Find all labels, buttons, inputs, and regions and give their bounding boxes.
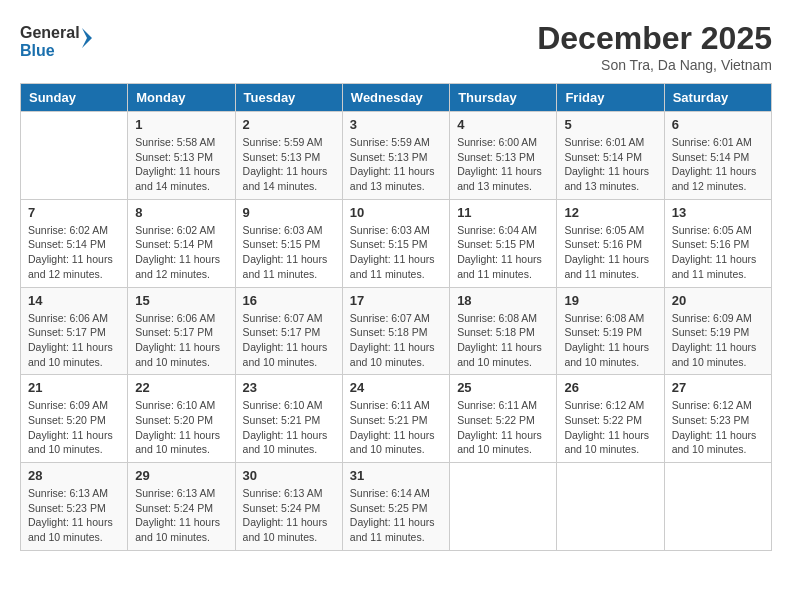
day-info: Sunrise: 6:12 AMSunset: 5:22 PMDaylight:… [564, 398, 656, 457]
logo-svg: GeneralBlue [20, 20, 100, 60]
week-row-3: 14Sunrise: 6:06 AMSunset: 5:17 PMDayligh… [21, 287, 772, 375]
day-number: 5 [564, 117, 656, 132]
day-number: 11 [457, 205, 549, 220]
day-info: Sunrise: 6:03 AMSunset: 5:15 PMDaylight:… [350, 223, 442, 282]
week-row-2: 7Sunrise: 6:02 AMSunset: 5:14 PMDaylight… [21, 199, 772, 287]
week-row-1: 1Sunrise: 5:58 AMSunset: 5:13 PMDaylight… [21, 112, 772, 200]
day-cell-12: 12Sunrise: 6:05 AMSunset: 5:16 PMDayligh… [557, 199, 664, 287]
title-block: December 2025 Son Tra, Da Nang, Vietnam [537, 20, 772, 73]
week-row-4: 21Sunrise: 6:09 AMSunset: 5:20 PMDayligh… [21, 375, 772, 463]
page-header: GeneralBlue December 2025 Son Tra, Da Na… [20, 20, 772, 73]
day-info: Sunrise: 6:11 AMSunset: 5:22 PMDaylight:… [457, 398, 549, 457]
day-info: Sunrise: 6:14 AMSunset: 5:25 PMDaylight:… [350, 486, 442, 545]
day-info: Sunrise: 6:06 AMSunset: 5:17 PMDaylight:… [28, 311, 120, 370]
day-number: 15 [135, 293, 227, 308]
day-info: Sunrise: 6:10 AMSunset: 5:21 PMDaylight:… [243, 398, 335, 457]
calendar-table: SundayMondayTuesdayWednesdayThursdayFrid… [20, 83, 772, 551]
day-number: 22 [135, 380, 227, 395]
day-number: 7 [28, 205, 120, 220]
day-cell-31: 31Sunrise: 6:14 AMSunset: 5:25 PMDayligh… [342, 463, 449, 551]
day-number: 10 [350, 205, 442, 220]
day-cell-21: 21Sunrise: 6:09 AMSunset: 5:20 PMDayligh… [21, 375, 128, 463]
day-cell-22: 22Sunrise: 6:10 AMSunset: 5:20 PMDayligh… [128, 375, 235, 463]
day-number: 26 [564, 380, 656, 395]
empty-cell [21, 112, 128, 200]
day-number: 30 [243, 468, 335, 483]
day-cell-1: 1Sunrise: 5:58 AMSunset: 5:13 PMDaylight… [128, 112, 235, 200]
day-number: 13 [672, 205, 764, 220]
day-info: Sunrise: 6:01 AMSunset: 5:14 PMDaylight:… [564, 135, 656, 194]
day-cell-24: 24Sunrise: 6:11 AMSunset: 5:21 PMDayligh… [342, 375, 449, 463]
day-number: 17 [350, 293, 442, 308]
empty-cell [664, 463, 771, 551]
day-info: Sunrise: 6:13 AMSunset: 5:24 PMDaylight:… [135, 486, 227, 545]
day-info: Sunrise: 6:05 AMSunset: 5:16 PMDaylight:… [672, 223, 764, 282]
day-cell-6: 6Sunrise: 6:01 AMSunset: 5:14 PMDaylight… [664, 112, 771, 200]
day-number: 18 [457, 293, 549, 308]
day-info: Sunrise: 6:07 AMSunset: 5:18 PMDaylight:… [350, 311, 442, 370]
day-info: Sunrise: 6:10 AMSunset: 5:20 PMDaylight:… [135, 398, 227, 457]
day-cell-3: 3Sunrise: 5:59 AMSunset: 5:13 PMDaylight… [342, 112, 449, 200]
day-cell-8: 8Sunrise: 6:02 AMSunset: 5:14 PMDaylight… [128, 199, 235, 287]
day-number: 27 [672, 380, 764, 395]
header-row: SundayMondayTuesdayWednesdayThursdayFrid… [21, 84, 772, 112]
day-cell-14: 14Sunrise: 6:06 AMSunset: 5:17 PMDayligh… [21, 287, 128, 375]
day-cell-5: 5Sunrise: 6:01 AMSunset: 5:14 PMDaylight… [557, 112, 664, 200]
day-number: 29 [135, 468, 227, 483]
day-info: Sunrise: 6:02 AMSunset: 5:14 PMDaylight:… [28, 223, 120, 282]
day-cell-25: 25Sunrise: 6:11 AMSunset: 5:22 PMDayligh… [450, 375, 557, 463]
day-cell-2: 2Sunrise: 5:59 AMSunset: 5:13 PMDaylight… [235, 112, 342, 200]
day-cell-17: 17Sunrise: 6:07 AMSunset: 5:18 PMDayligh… [342, 287, 449, 375]
day-number: 3 [350, 117, 442, 132]
day-info: Sunrise: 6:09 AMSunset: 5:20 PMDaylight:… [28, 398, 120, 457]
day-number: 28 [28, 468, 120, 483]
day-number: 9 [243, 205, 335, 220]
day-number: 19 [564, 293, 656, 308]
day-info: Sunrise: 6:00 AMSunset: 5:13 PMDaylight:… [457, 135, 549, 194]
day-info: Sunrise: 6:11 AMSunset: 5:21 PMDaylight:… [350, 398, 442, 457]
day-info: Sunrise: 5:58 AMSunset: 5:13 PMDaylight:… [135, 135, 227, 194]
day-cell-15: 15Sunrise: 6:06 AMSunset: 5:17 PMDayligh… [128, 287, 235, 375]
day-cell-16: 16Sunrise: 6:07 AMSunset: 5:17 PMDayligh… [235, 287, 342, 375]
day-info: Sunrise: 5:59 AMSunset: 5:13 PMDaylight:… [350, 135, 442, 194]
empty-cell [450, 463, 557, 551]
day-info: Sunrise: 6:05 AMSunset: 5:16 PMDaylight:… [564, 223, 656, 282]
day-cell-18: 18Sunrise: 6:08 AMSunset: 5:18 PMDayligh… [450, 287, 557, 375]
day-info: Sunrise: 6:09 AMSunset: 5:19 PMDaylight:… [672, 311, 764, 370]
header-monday: Monday [128, 84, 235, 112]
day-cell-28: 28Sunrise: 6:13 AMSunset: 5:23 PMDayligh… [21, 463, 128, 551]
day-number: 16 [243, 293, 335, 308]
day-info: Sunrise: 6:08 AMSunset: 5:18 PMDaylight:… [457, 311, 549, 370]
day-number: 31 [350, 468, 442, 483]
empty-cell [557, 463, 664, 551]
location: Son Tra, Da Nang, Vietnam [537, 57, 772, 73]
header-thursday: Thursday [450, 84, 557, 112]
day-info: Sunrise: 6:13 AMSunset: 5:24 PMDaylight:… [243, 486, 335, 545]
day-number: 14 [28, 293, 120, 308]
header-sunday: Sunday [21, 84, 128, 112]
day-cell-26: 26Sunrise: 6:12 AMSunset: 5:22 PMDayligh… [557, 375, 664, 463]
day-number: 12 [564, 205, 656, 220]
day-info: Sunrise: 6:02 AMSunset: 5:14 PMDaylight:… [135, 223, 227, 282]
day-cell-27: 27Sunrise: 6:12 AMSunset: 5:23 PMDayligh… [664, 375, 771, 463]
day-info: Sunrise: 6:07 AMSunset: 5:17 PMDaylight:… [243, 311, 335, 370]
day-cell-19: 19Sunrise: 6:08 AMSunset: 5:19 PMDayligh… [557, 287, 664, 375]
svg-text:Blue: Blue [20, 42, 55, 59]
day-cell-13: 13Sunrise: 6:05 AMSunset: 5:16 PMDayligh… [664, 199, 771, 287]
day-info: Sunrise: 6:13 AMSunset: 5:23 PMDaylight:… [28, 486, 120, 545]
svg-text:General: General [20, 24, 80, 41]
day-info: Sunrise: 6:08 AMSunset: 5:19 PMDaylight:… [564, 311, 656, 370]
day-number: 1 [135, 117, 227, 132]
day-cell-29: 29Sunrise: 6:13 AMSunset: 5:24 PMDayligh… [128, 463, 235, 551]
header-saturday: Saturday [664, 84, 771, 112]
day-number: 6 [672, 117, 764, 132]
day-info: Sunrise: 6:04 AMSunset: 5:15 PMDaylight:… [457, 223, 549, 282]
day-info: Sunrise: 6:03 AMSunset: 5:15 PMDaylight:… [243, 223, 335, 282]
day-info: Sunrise: 6:12 AMSunset: 5:23 PMDaylight:… [672, 398, 764, 457]
day-number: 20 [672, 293, 764, 308]
day-number: 24 [350, 380, 442, 395]
day-info: Sunrise: 6:01 AMSunset: 5:14 PMDaylight:… [672, 135, 764, 194]
day-cell-11: 11Sunrise: 6:04 AMSunset: 5:15 PMDayligh… [450, 199, 557, 287]
month-title: December 2025 [537, 20, 772, 57]
day-number: 25 [457, 380, 549, 395]
